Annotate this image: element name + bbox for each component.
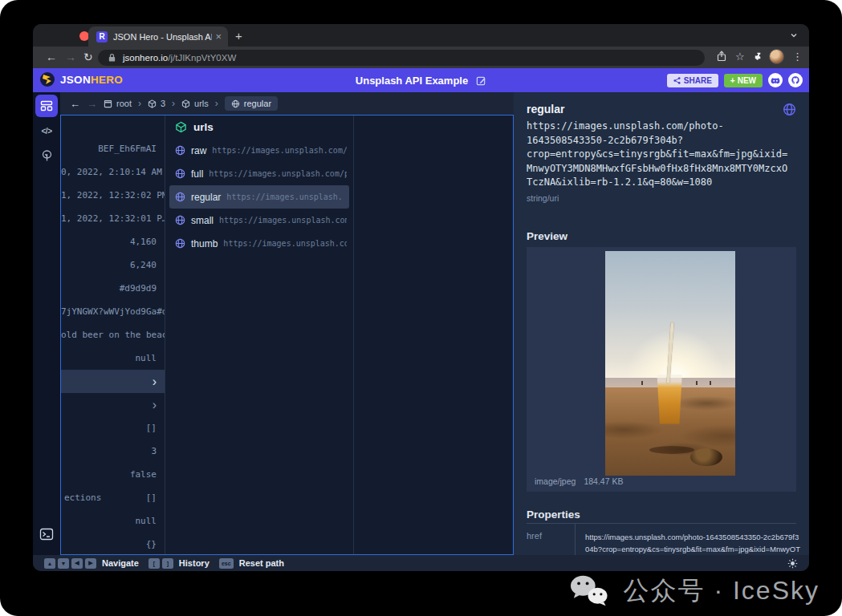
globe-icon xyxy=(175,192,185,202)
tab-title: JSON Hero - Unsplash API Exa xyxy=(113,32,212,42)
globe-icon xyxy=(175,215,185,225)
list-item[interactable]: null xyxy=(61,346,165,370)
bracket-left-key-icon: [ xyxy=(148,558,160,569)
list-item[interactable]: [] xyxy=(61,416,165,440)
discord-icon[interactable] xyxy=(768,73,783,87)
arrow-right-key-icon: ▶ xyxy=(85,558,96,569)
chevron-right-icon: › xyxy=(153,398,157,411)
reset-path-label: Reset path xyxy=(239,558,284,568)
tree-view-tab[interactable] xyxy=(35,144,58,167)
list-item[interactable]: 0, 2022, 2:10:14 AM … xyxy=(61,160,165,184)
list-item[interactable]: 1, 2022, 12:32:02 PM… xyxy=(61,184,165,207)
list-item[interactable]: null xyxy=(61,509,165,533)
breadcrumb-item-root[interactable]: root xyxy=(104,99,132,108)
list-item[interactable]: 3 xyxy=(61,440,165,463)
share-button[interactable]: SHARE xyxy=(667,74,718,87)
property-key: href xyxy=(527,524,575,556)
value-type-label: string/uri xyxy=(527,193,796,203)
cube-icon xyxy=(181,99,190,108)
list-item[interactable]: 7jYNGWX?wWVjYod9Ga#o… xyxy=(61,300,165,323)
globe-icon xyxy=(231,99,240,108)
breadcrumb-item-3[interactable]: 3 xyxy=(148,99,165,108)
new-tab-button[interactable]: + xyxy=(235,29,242,43)
list-item-small[interactable]: small https://images.unsplash.com/p… xyxy=(165,209,353,232)
breadcrumb-item-regular[interactable]: regular xyxy=(225,96,278,111)
list-item-regular-selected[interactable]: regular https://images.unsplash.com… xyxy=(169,185,349,209)
breadcrumb-item-urls[interactable]: urls xyxy=(181,99,209,108)
list-item[interactable]: 6,240 xyxy=(61,253,165,277)
tab-strip: R JSON Hero - Unsplash API Exa × + xyxy=(33,24,809,47)
share-page-icon[interactable] xyxy=(717,51,726,62)
preview-box: image/jpeg 184.47 KB xyxy=(527,247,796,492)
columns-icon xyxy=(40,99,53,112)
share-nodes-icon xyxy=(673,77,681,84)
arrow-down-key-icon: ▼ xyxy=(58,558,69,569)
list-item-thumb[interactable]: thumb https://images.unsplash.com/… xyxy=(165,232,353,255)
column-view-tab[interactable] xyxy=(35,95,58,117)
breadcrumb-forward-icon[interactable]: → xyxy=(87,98,97,110)
tree-icon xyxy=(40,149,54,163)
list-item[interactable]: false xyxy=(61,463,165,486)
back-icon[interactable]: ← xyxy=(46,51,57,63)
list-item[interactable]: {} xyxy=(61,533,165,555)
extensions-puzzle-icon[interactable] xyxy=(753,51,763,61)
plus-icon: + xyxy=(730,76,735,85)
globe-icon xyxy=(175,145,185,156)
empty-column xyxy=(354,116,513,554)
browser-menu-icon[interactable]: ⋮ xyxy=(792,51,803,63)
code-icon: </> xyxy=(42,127,52,136)
detail-value: https://images.unsplash.com/photo- 16435… xyxy=(527,120,796,190)
cube-icon xyxy=(148,99,157,108)
browser-tab[interactable]: R JSON Hero - Unsplash API Exa × xyxy=(88,26,228,47)
wechat-icon xyxy=(566,573,612,610)
cube-icon xyxy=(175,121,187,133)
list-item[interactable]: 1, 2022, 12:32:01 P… xyxy=(61,207,165,230)
list-item[interactable]: › xyxy=(61,393,165,416)
bookmark-star-icon[interactable]: ☆ xyxy=(735,51,745,63)
terminal-button[interactable] xyxy=(35,523,58,545)
browser-toolbar: ← → ↻ jsonhero.io/j/tJIKnpVtY0XW ☆ ⋮ xyxy=(33,47,809,68)
image-file-size: 184.47 KB xyxy=(584,476,623,486)
breadcrumb: ← → root › 3 › urls xyxy=(60,92,514,115)
list-item[interactable]: ections[] xyxy=(61,486,165,509)
preview-heading: Preview xyxy=(527,230,796,242)
url-host: jsonhero.io xyxy=(123,53,168,63)
json-view-tab[interactable]: </> xyxy=(35,120,58,142)
address-bar[interactable]: jsonhero.io/j/tJIKnpVtY0XW xyxy=(98,50,705,66)
document-title: Unsplash API Example xyxy=(356,75,468,87)
view-sidebar: </> xyxy=(33,92,60,555)
edit-title-icon[interactable] xyxy=(476,75,486,86)
detail-title: regular xyxy=(527,103,564,116)
github-icon[interactable] xyxy=(788,73,803,87)
navigate-label: Navigate xyxy=(102,558,139,568)
list-item-selected[interactable]: › xyxy=(61,370,165,393)
globe-icon xyxy=(783,103,796,116)
arrow-up-key-icon: ▲ xyxy=(44,558,55,569)
detail-panel: regular https://images.unsplash.com/phot… xyxy=(514,92,809,555)
tab-close-icon[interactable]: × xyxy=(215,30,222,43)
watermark-text: 公众号 · IceSky xyxy=(624,573,820,609)
list-item[interactable]: old beer on the beach xyxy=(61,323,165,346)
reload-icon[interactable]: ↻ xyxy=(83,51,93,63)
chevron-right-icon: › xyxy=(153,375,157,388)
urls-column: urls raw https://images.unsplash.com/ph…… xyxy=(165,116,354,554)
preview-image xyxy=(605,251,735,476)
new-document-button[interactable]: + NEW xyxy=(724,74,763,87)
jsonhero-favicon: R xyxy=(96,31,108,43)
browser-profile-avatar[interactable] xyxy=(769,49,784,64)
list-item[interactable]: #d9d9d9 xyxy=(61,277,165,300)
list-item-full[interactable]: full https://images.unsplash.com/ph… xyxy=(165,162,353,185)
screenshot-background: R JSON Hero - Unsplash API Exa × + ← → ↻… xyxy=(0,0,842,616)
forward-icon[interactable]: → xyxy=(65,51,76,63)
list-item-raw[interactable]: raw https://images.unsplash.com/ph… xyxy=(165,139,353,162)
list-item[interactable]: 4,160 xyxy=(61,230,165,253)
history-label: History xyxy=(179,558,209,568)
properties-heading: Properties xyxy=(527,509,796,521)
url-path: /j/tJIKnpVtY0XW xyxy=(168,53,236,63)
bracket-right-key-icon: ] xyxy=(162,558,173,569)
breadcrumb-back-icon[interactable]: ← xyxy=(70,98,80,110)
list-item[interactable]: BEF_Eh6FmAI xyxy=(61,137,165,160)
theme-toggle-icon[interactable] xyxy=(787,558,798,569)
globe-icon xyxy=(175,168,185,179)
tab-list-chevron-icon[interactable] xyxy=(790,31,798,39)
